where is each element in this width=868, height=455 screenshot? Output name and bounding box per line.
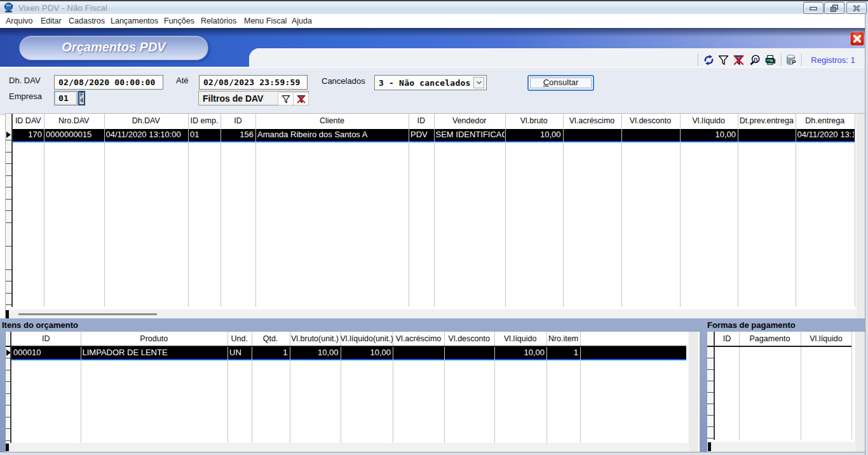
itens-column-header[interactable]: Und.	[227, 332, 252, 347]
itens-column-header[interactable]: ID	[11, 332, 81, 347]
orcamentos-column-ID emp.: ID emp.	[188, 114, 221, 307]
minimize-button[interactable]	[803, 2, 824, 14]
itens-column-Vl.acréscimo: Vl.acréscimo	[393, 332, 445, 443]
filtros-dav-panel: Filtros de DAV	[198, 91, 309, 105]
itens-horizontal-scrollbar[interactable]	[6, 443, 688, 452]
itens-section-title: Itens do orçamento	[2, 320, 78, 330]
consultar-focus-rect	[530, 78, 592, 88]
menu-item-arquivo[interactable]: Arquivo	[6, 17, 32, 25]
form-close-icon	[853, 35, 862, 43]
consultar-button[interactable]: Consultar	[527, 75, 594, 91]
window-title: Vixen PDV - Não Fiscal	[18, 3, 107, 13]
menu-item-menu-fiscal[interactable]: Menu Fiscal	[244, 17, 287, 25]
orcamentos-vertical-scrollbar[interactable]	[856, 114, 865, 319]
itens-hscroll-block[interactable]	[6, 444, 9, 451]
filtros-dav-label: Filtros de DAV	[203, 93, 263, 104]
itens-column-header[interactable]	[580, 332, 686, 347]
itens-column-header[interactable]: Nro.item	[546, 332, 580, 347]
ate-input[interactable]: 02/08/2023 23:59:59	[199, 75, 308, 90]
orcamentos-column-header[interactable]: ID	[409, 114, 434, 129]
empresa-label: Empresa	[9, 92, 42, 101]
refresh-icon[interactable]	[703, 55, 714, 65]
formas-grid[interactable]: IDPagamentoVl.líquido	[707, 332, 865, 452]
itens-column-header[interactable]: Vl.acréscimo	[393, 332, 444, 347]
formas-column-filler	[851, 332, 855, 440]
cancelados-select[interactable]: 3 - Não cancelados	[374, 75, 487, 90]
formas-horizontal-scrollbar[interactable]	[707, 442, 855, 452]
formas-vertical-scrollbar[interactable]	[855, 332, 865, 452]
menu-item-editar[interactable]: Editar	[41, 17, 62, 25]
formas-header-underline	[707, 346, 851, 347]
itens-column-header[interactable]: Vl.bruto(unit.)	[290, 332, 341, 347]
database-export-icon[interactable]: P	[786, 55, 797, 65]
ate-label: Até	[176, 76, 189, 85]
filter-icon[interactable]	[718, 55, 729, 65]
clear-filter-icon[interactable]	[733, 55, 744, 65]
empresa-input[interactable]: 01	[54, 91, 78, 105]
window-close-icon	[853, 4, 860, 11]
formas-column-header[interactable]: Pagamento	[739, 332, 801, 347]
itens-grid[interactable]: IDProdutoUnd.Qtd.Vl.bruto(unit.)Vl.líqui…	[5, 332, 700, 452]
clear-filter-button[interactable]	[293, 92, 309, 105]
formas-hscroll-block[interactable]	[708, 442, 711, 451]
menu-item-relat-rios[interactable]: Relatórios	[201, 17, 236, 25]
window-close-button[interactable]	[846, 2, 867, 14]
orcamentos-column-header[interactable]: Vl.acréscimo	[563, 114, 621, 129]
itens-column-header[interactable]: Produto	[81, 332, 228, 347]
orcamentos-column-Vendedor: Vendedor	[434, 114, 506, 307]
formas-column-header[interactable]: ID	[715, 332, 739, 347]
window-right-border	[865, 14, 868, 455]
orcamentos-column-header[interactable]: Dt.prev.entrega	[738, 114, 796, 129]
orcamentos-cell: 04/11/2020 13:11:00	[797, 130, 855, 140]
dh-dav-input[interactable]: 02/08/2020 00:00:00	[54, 75, 163, 90]
formas-column-header[interactable]: Vl.líquido	[801, 332, 851, 347]
svg-text:P: P	[792, 58, 796, 65]
orcamentos-column-header[interactable]: Nro.DAV	[44, 114, 104, 129]
formas-column-header[interactable]	[851, 332, 855, 347]
filter-panel: Dh. DAV 02/08/2020 00:00:00 Até 02/08/20…	[0, 67, 865, 115]
orcamentos-horizontal-scrollbar[interactable]	[6, 309, 856, 319]
apply-filter-button[interactable]	[278, 92, 294, 105]
itens-column-header[interactable]: Vl.líquido	[494, 332, 547, 347]
combo-dropdown-button[interactable]	[473, 77, 484, 88]
restore-button[interactable]	[824, 2, 844, 14]
itens-column-Vl.desconto: Vl.desconto	[444, 332, 495, 443]
orcamentos-column-header[interactable]: ID	[220, 114, 255, 129]
menu-item-fun-es[interactable]: Funções	[164, 17, 194, 25]
orcamentos-column-Dh.DAV: Dh.DAV	[104, 114, 189, 307]
orcamentos-column-header[interactable]: Dh.entrega	[796, 114, 855, 129]
itens-column-header[interactable]: Qtd.	[252, 332, 290, 347]
orcamentos-column-Vl.bruto: Vl.bruto	[505, 114, 564, 307]
empresa-lookup-f4-button[interactable]: F 4	[78, 91, 85, 105]
orcamentos-cell: 170	[15, 130, 43, 140]
formas-column-Vl.líquido: Vl.líquido	[801, 332, 852, 440]
locate-icon[interactable]: n	[750, 55, 761, 65]
menu-item-lan-amentos[interactable]: Lançamentos	[111, 17, 158, 25]
orcamentos-column-header[interactable]: Dh.DAV	[104, 114, 189, 129]
orcamentos-column-header[interactable]: Vl.bruto	[505, 114, 563, 129]
orcamentos-column-header[interactable]: ID DAV	[13, 114, 44, 129]
formas-section-title: Formas de pagamento	[707, 320, 796, 330]
menu-item-cadastros[interactable]: Cadastros	[69, 17, 105, 25]
orcamentos-column-header[interactable]: Vl.desconto	[621, 114, 680, 129]
itens-vertical-scrollbar[interactable]	[688, 332, 698, 452]
print-icon[interactable]	[765, 55, 776, 65]
form-close-button[interactable]	[850, 32, 864, 46]
orcamentos-column-header[interactable]: Vl.líquido	[680, 114, 738, 129]
titlebar[interactable]: Vixen PDV - Não Fiscal	[0, 1, 868, 15]
menu-item-ajuda[interactable]: Ajuda	[292, 17, 312, 25]
itens-indicator-cells	[6, 347, 10, 443]
orcamentos-column-header[interactable]: Cliente	[255, 114, 409, 129]
formas-column-ID: ID	[715, 332, 740, 440]
orcamentos-column-header[interactable]: ID emp.	[188, 114, 220, 129]
orcamentos-grid[interactable]: ID DAVNro.DAVDh.DAVID emp.IDClienteIDVen…	[5, 113, 865, 319]
clear-filter-icon	[297, 95, 306, 104]
orcamentos-hscroll-block[interactable]	[6, 310, 9, 318]
app-icon	[3, 2, 14, 13]
itens-column-header[interactable]: Vl.líquido(unit.)	[341, 332, 393, 347]
form-title-pill: Orçamentos PDV	[19, 36, 208, 60]
form-banner: Orçamentos PDV n	[0, 28, 865, 67]
orcamentos-column-header[interactable]: Vendedor	[434, 114, 506, 129]
orcamentos-hscroll-thumb[interactable]	[18, 313, 157, 315]
itens-column-header[interactable]: Vl.desconto	[444, 332, 494, 347]
